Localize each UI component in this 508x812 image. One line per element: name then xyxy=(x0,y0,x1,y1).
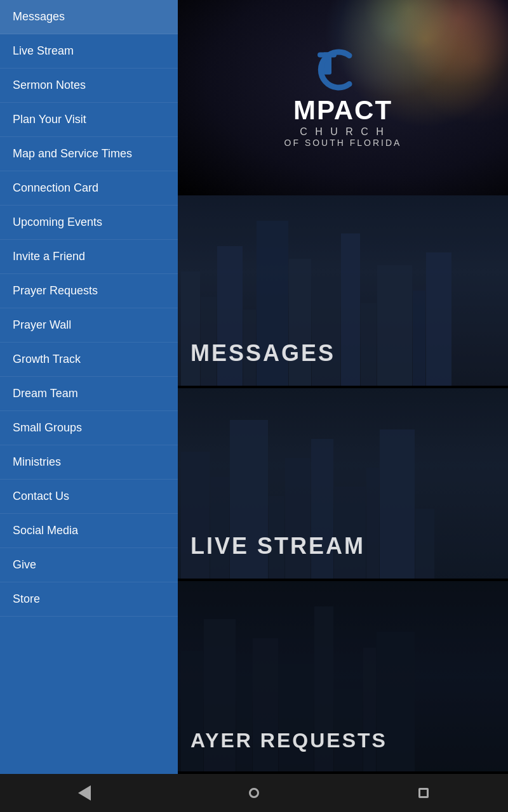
sidebar-item-live-stream[interactable]: Live Stream xyxy=(0,34,178,69)
android-nav-bar xyxy=(0,774,508,812)
home-icon xyxy=(249,788,259,798)
android-back-button[interactable] xyxy=(72,780,97,806)
sidebar-item-prayer-requests[interactable]: Prayer Requests xyxy=(0,274,178,308)
sidebar-item-store[interactable]: Store xyxy=(0,582,178,617)
sidebar-item-messages[interactable]: Messages xyxy=(0,0,178,34)
prayer-requests-tile[interactable]: AYER REQUESTS xyxy=(178,581,508,774)
sidebar-item-upcoming-events[interactable]: Upcoming Events xyxy=(0,206,178,240)
messages-tile[interactable]: MESSAGES xyxy=(178,195,508,388)
sidebar-item-sermon-notes[interactable]: Sermon Notes xyxy=(0,69,178,103)
android-home-button[interactable] xyxy=(241,780,267,806)
prayer-requests-tile-label: AYER REQUESTS xyxy=(190,729,387,752)
sidebar-item-contact-us[interactable]: Contact Us xyxy=(0,480,178,514)
sidebar-item-social-media[interactable]: Social Media xyxy=(0,514,178,548)
sidebar-item-plan-your-visit[interactable]: Plan Your Visit xyxy=(0,103,178,137)
hero-section: MPACT C H U R C H OF SOUTH FLORIDA xyxy=(178,0,508,195)
church-subtitle: C H U R C H xyxy=(300,126,386,138)
sidebar-item-prayer-wall[interactable]: Prayer Wall xyxy=(0,308,178,343)
android-recent-button[interactable] xyxy=(411,780,436,806)
sidebar-item-small-groups[interactable]: Small Groups xyxy=(0,411,178,445)
sidebar-item-ministries[interactable]: Ministries xyxy=(0,445,178,480)
sidebar-item-growth-track[interactable]: Growth Track xyxy=(0,343,178,377)
sidebar-item-map-service-times[interactable]: Map and Service Times xyxy=(0,137,178,171)
back-icon xyxy=(78,785,91,801)
content-area: MPACT C H U R C H OF SOUTH FLORIDA xyxy=(178,0,508,774)
sidebar: MessagesLive StreamSermon NotesPlan Your… xyxy=(0,0,178,774)
live-stream-tile-label: LIVE STREAM xyxy=(190,533,365,560)
church-subtitle2: OF SOUTH FLORIDA xyxy=(284,138,402,148)
sidebar-item-invite-friend[interactable]: Invite a Friend xyxy=(0,240,178,274)
recent-icon xyxy=(418,788,429,798)
sidebar-item-give[interactable]: Give xyxy=(0,548,178,582)
church-name: MPACT xyxy=(293,97,392,124)
church-logo-icon xyxy=(314,48,371,92)
church-logo-container: MPACT C H U R C H OF SOUTH FLORIDA xyxy=(284,48,402,148)
sidebar-item-dream-team[interactable]: Dream Team xyxy=(0,377,178,411)
messages-tile-label: MESSAGES xyxy=(190,340,335,367)
live-stream-tile[interactable]: LIVE STREAM xyxy=(178,388,508,581)
sidebar-item-connection-card[interactable]: Connection Card xyxy=(0,171,178,206)
